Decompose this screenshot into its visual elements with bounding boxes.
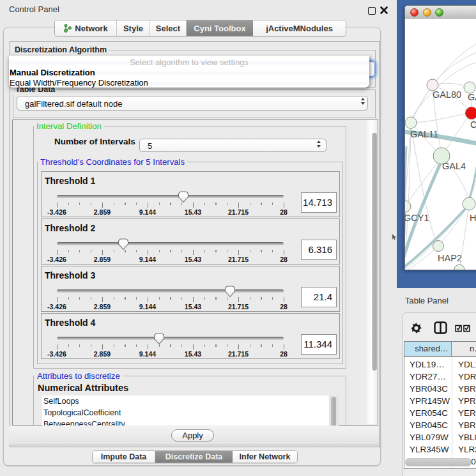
svg-text:H: H: [470, 213, 476, 223]
svg-text:HAP2: HAP2: [438, 253, 462, 263]
svg-text:GAL4: GAL4: [442, 161, 466, 171]
svg-text:GCY1: GCY1: [405, 213, 429, 223]
svg-text:GAL11: GAL11: [410, 129, 438, 139]
svg-text:C: C: [470, 119, 476, 130]
svg-text:GAL80: GAL80: [433, 89, 461, 100]
svg-text:GA: GA: [468, 92, 476, 102]
